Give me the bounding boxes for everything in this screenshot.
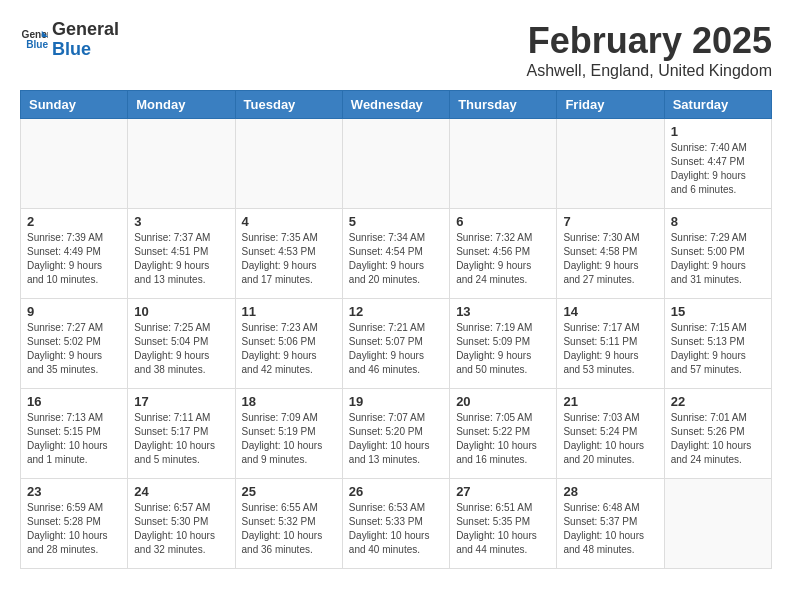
logo-blue: Blue: [52, 39, 91, 59]
calendar-cell: 17Sunrise: 7:11 AM Sunset: 5:17 PM Dayli…: [128, 389, 235, 479]
calendar-week-row: 9Sunrise: 7:27 AM Sunset: 5:02 PM Daylig…: [21, 299, 772, 389]
calendar-cell: 23Sunrise: 6:59 AM Sunset: 5:28 PM Dayli…: [21, 479, 128, 569]
calendar-cell: [128, 119, 235, 209]
day-info: Sunrise: 7:29 AM Sunset: 5:00 PM Dayligh…: [671, 231, 765, 287]
calendar-week-row: 23Sunrise: 6:59 AM Sunset: 5:28 PM Dayli…: [21, 479, 772, 569]
calendar-cell: [557, 119, 664, 209]
calendar-header-row: SundayMondayTuesdayWednesdayThursdayFrid…: [21, 91, 772, 119]
calendar-title: February 2025: [527, 20, 772, 62]
calendar-week-row: 16Sunrise: 7:13 AM Sunset: 5:15 PM Dayli…: [21, 389, 772, 479]
calendar-cell: 2Sunrise: 7:39 AM Sunset: 4:49 PM Daylig…: [21, 209, 128, 299]
calendar-cell: 25Sunrise: 6:55 AM Sunset: 5:32 PM Dayli…: [235, 479, 342, 569]
day-number: 15: [671, 304, 765, 319]
calendar-cell: [235, 119, 342, 209]
day-number: 11: [242, 304, 336, 319]
day-info: Sunrise: 7:19 AM Sunset: 5:09 PM Dayligh…: [456, 321, 550, 377]
calendar-cell: 15Sunrise: 7:15 AM Sunset: 5:13 PM Dayli…: [664, 299, 771, 389]
day-number: 26: [349, 484, 443, 499]
calendar-cell: 21Sunrise: 7:03 AM Sunset: 5:24 PM Dayli…: [557, 389, 664, 479]
day-number: 28: [563, 484, 657, 499]
day-number: 16: [27, 394, 121, 409]
day-number: 21: [563, 394, 657, 409]
logo-icon: General Blue: [20, 26, 48, 54]
calendar-cell: 16Sunrise: 7:13 AM Sunset: 5:15 PM Dayli…: [21, 389, 128, 479]
calendar-cell: [21, 119, 128, 209]
day-info: Sunrise: 7:09 AM Sunset: 5:19 PM Dayligh…: [242, 411, 336, 467]
weekday-header: Monday: [128, 91, 235, 119]
day-info: Sunrise: 6:57 AM Sunset: 5:30 PM Dayligh…: [134, 501, 228, 557]
weekday-header: Thursday: [450, 91, 557, 119]
calendar-cell: 8Sunrise: 7:29 AM Sunset: 5:00 PM Daylig…: [664, 209, 771, 299]
weekday-header: Wednesday: [342, 91, 449, 119]
day-info: Sunrise: 7:23 AM Sunset: 5:06 PM Dayligh…: [242, 321, 336, 377]
day-info: Sunrise: 7:13 AM Sunset: 5:15 PM Dayligh…: [27, 411, 121, 467]
day-number: 14: [563, 304, 657, 319]
day-info: Sunrise: 7:30 AM Sunset: 4:58 PM Dayligh…: [563, 231, 657, 287]
day-number: 22: [671, 394, 765, 409]
day-info: Sunrise: 7:07 AM Sunset: 5:20 PM Dayligh…: [349, 411, 443, 467]
svg-text:Blue: Blue: [26, 39, 48, 50]
day-number: 17: [134, 394, 228, 409]
day-info: Sunrise: 7:05 AM Sunset: 5:22 PM Dayligh…: [456, 411, 550, 467]
day-number: 12: [349, 304, 443, 319]
calendar-cell: 10Sunrise: 7:25 AM Sunset: 5:04 PM Dayli…: [128, 299, 235, 389]
day-number: 2: [27, 214, 121, 229]
weekday-header: Tuesday: [235, 91, 342, 119]
day-number: 18: [242, 394, 336, 409]
day-info: Sunrise: 7:34 AM Sunset: 4:54 PM Dayligh…: [349, 231, 443, 287]
day-number: 3: [134, 214, 228, 229]
title-block: February 2025 Ashwell, England, United K…: [527, 20, 772, 80]
calendar-cell: 1Sunrise: 7:40 AM Sunset: 4:47 PM Daylig…: [664, 119, 771, 209]
weekday-header: Friday: [557, 91, 664, 119]
day-number: 19: [349, 394, 443, 409]
day-number: 8: [671, 214, 765, 229]
day-info: Sunrise: 6:59 AM Sunset: 5:28 PM Dayligh…: [27, 501, 121, 557]
weekday-header: Saturday: [664, 91, 771, 119]
day-info: Sunrise: 7:39 AM Sunset: 4:49 PM Dayligh…: [27, 231, 121, 287]
day-info: Sunrise: 7:01 AM Sunset: 5:26 PM Dayligh…: [671, 411, 765, 467]
day-info: Sunrise: 7:37 AM Sunset: 4:51 PM Dayligh…: [134, 231, 228, 287]
day-info: Sunrise: 6:55 AM Sunset: 5:32 PM Dayligh…: [242, 501, 336, 557]
calendar-cell: 26Sunrise: 6:53 AM Sunset: 5:33 PM Dayli…: [342, 479, 449, 569]
day-number: 6: [456, 214, 550, 229]
calendar-week-row: 2Sunrise: 7:39 AM Sunset: 4:49 PM Daylig…: [21, 209, 772, 299]
day-number: 10: [134, 304, 228, 319]
calendar-cell: 28Sunrise: 6:48 AM Sunset: 5:37 PM Dayli…: [557, 479, 664, 569]
calendar-cell: 20Sunrise: 7:05 AM Sunset: 5:22 PM Dayli…: [450, 389, 557, 479]
day-info: Sunrise: 7:40 AM Sunset: 4:47 PM Dayligh…: [671, 141, 765, 197]
calendar-cell: 3Sunrise: 7:37 AM Sunset: 4:51 PM Daylig…: [128, 209, 235, 299]
logo: General Blue General Blue: [20, 20, 119, 60]
calendar-cell: 7Sunrise: 7:30 AM Sunset: 4:58 PM Daylig…: [557, 209, 664, 299]
calendar-cell: 22Sunrise: 7:01 AM Sunset: 5:26 PM Dayli…: [664, 389, 771, 479]
day-number: 4: [242, 214, 336, 229]
calendar-cell: 5Sunrise: 7:34 AM Sunset: 4:54 PM Daylig…: [342, 209, 449, 299]
day-info: Sunrise: 7:15 AM Sunset: 5:13 PM Dayligh…: [671, 321, 765, 377]
day-number: 5: [349, 214, 443, 229]
calendar-subtitle: Ashwell, England, United Kingdom: [527, 62, 772, 80]
day-info: Sunrise: 6:48 AM Sunset: 5:37 PM Dayligh…: [563, 501, 657, 557]
day-info: Sunrise: 7:03 AM Sunset: 5:24 PM Dayligh…: [563, 411, 657, 467]
day-number: 7: [563, 214, 657, 229]
day-number: 1: [671, 124, 765, 139]
calendar-cell: 19Sunrise: 7:07 AM Sunset: 5:20 PM Dayli…: [342, 389, 449, 479]
weekday-header: Sunday: [21, 91, 128, 119]
calendar-cell: 24Sunrise: 6:57 AM Sunset: 5:30 PM Dayli…: [128, 479, 235, 569]
calendar-cell: 9Sunrise: 7:27 AM Sunset: 5:02 PM Daylig…: [21, 299, 128, 389]
calendar-cell: 27Sunrise: 6:51 AM Sunset: 5:35 PM Dayli…: [450, 479, 557, 569]
day-number: 24: [134, 484, 228, 499]
day-info: Sunrise: 7:32 AM Sunset: 4:56 PM Dayligh…: [456, 231, 550, 287]
day-number: 9: [27, 304, 121, 319]
calendar-cell: 4Sunrise: 7:35 AM Sunset: 4:53 PM Daylig…: [235, 209, 342, 299]
day-info: Sunrise: 7:35 AM Sunset: 4:53 PM Dayligh…: [242, 231, 336, 287]
day-info: Sunrise: 7:27 AM Sunset: 5:02 PM Dayligh…: [27, 321, 121, 377]
calendar-cell: 11Sunrise: 7:23 AM Sunset: 5:06 PM Dayli…: [235, 299, 342, 389]
day-info: Sunrise: 7:21 AM Sunset: 5:07 PM Dayligh…: [349, 321, 443, 377]
day-info: Sunrise: 6:53 AM Sunset: 5:33 PM Dayligh…: [349, 501, 443, 557]
day-info: Sunrise: 7:25 AM Sunset: 5:04 PM Dayligh…: [134, 321, 228, 377]
calendar-cell: 6Sunrise: 7:32 AM Sunset: 4:56 PM Daylig…: [450, 209, 557, 299]
calendar-cell: 18Sunrise: 7:09 AM Sunset: 5:19 PM Dayli…: [235, 389, 342, 479]
calendar-week-row: 1Sunrise: 7:40 AM Sunset: 4:47 PM Daylig…: [21, 119, 772, 209]
day-number: 23: [27, 484, 121, 499]
calendar-cell: 14Sunrise: 7:17 AM Sunset: 5:11 PM Dayli…: [557, 299, 664, 389]
day-number: 27: [456, 484, 550, 499]
